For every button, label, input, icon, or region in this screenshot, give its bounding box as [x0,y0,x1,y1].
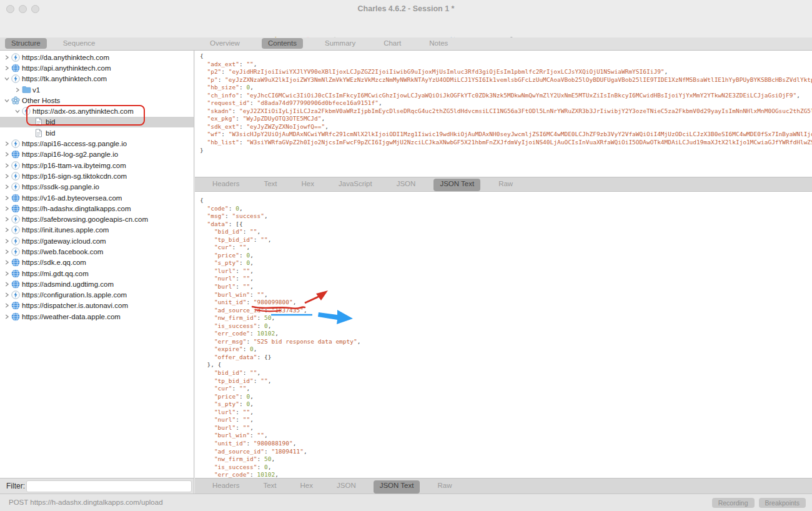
disclosure-triangle[interactable] [2,141,11,146]
tab-json-text[interactable]: JSON Text [433,179,480,191]
json-line: { [200,197,812,205]
disclosure-triangle[interactable] [2,174,11,179]
globe-icon [11,312,22,321]
json-line: "adx_ext": "", [200,61,812,69]
disclosure-triangle[interactable] [2,184,11,189]
request-body-panel: { "adx_ext": "", "p2": "eyJidHRzIjoiIiwi… [195,51,812,177]
disclosure-triangle[interactable] [2,196,11,201]
tab-hex[interactable]: Hex [294,480,319,494]
disclosure-triangle[interactable] [2,249,11,254]
tree-item[interactable]: https://mi.gdt.qq.com [0,268,194,279]
tree-item[interactable]: https://weather-data.apple.com [0,311,194,322]
globe-icon [11,194,22,202]
recording-button[interactable]: Recording [712,498,755,508]
disclosure-triangle[interactable] [2,163,11,168]
json-line: { [200,52,812,61]
tab-raw[interactable]: Raw [431,480,458,494]
breakpoints-button[interactable]: Breakpoints [759,498,806,508]
disclosure-triangle[interactable] [2,152,11,157]
tree-item[interactable]: https://sdk.e.qq.com [0,257,194,268]
tree-item-label: https://init.itunes.apple.com [22,226,109,234]
disclosure-triangle[interactable] [13,109,22,114]
json-line: "err_msg": "S2S bid response data empty"… [200,338,812,346]
tab-contents[interactable]: Contents [262,38,303,49]
tree-item[interactable]: https://adx-os.anythinktech.com [0,106,194,116]
json-line: "burl": "", [200,424,812,432]
tree-item[interactable]: https://p16-ttam-va.ibyteimg.com [0,160,194,171]
tab-overview[interactable]: Overview [204,38,246,49]
disclosure-triangle[interactable] [2,217,11,222]
tree-item[interactable]: bid [0,117,194,127]
tab-hex[interactable]: Hex [295,179,320,191]
tree-item[interactable]: https://da.anythinktech.com [0,52,194,62]
tab-text[interactable]: Text [257,179,283,191]
json-line: "burl_win": "", [200,291,812,299]
tree-item[interactable]: v1 [0,84,194,95]
json-line: "bid_id": "", [200,369,812,377]
tree-item[interactable]: https://ssdk-sg.pangle.io [0,182,194,192]
json-line: "price": 0, [200,252,812,260]
structure-tree: https://da.anythinktech.comhttps://api.a… [0,51,194,478]
tree-item-label: https://safebrowsing.googleapis-cn.com [22,216,148,223]
tree-item[interactable]: https://web.facebook.com [0,246,194,257]
tree-item[interactable]: https://h-adashx.dingtalkapps.com [0,203,194,214]
disclosure-triangle[interactable] [13,87,22,92]
main-tabstrip: StructureSequence OverviewContentsSummar… [0,37,812,51]
tree-item-label: https://api16-access-sg.pangle.io [22,140,127,147]
json-line: "skadn": "eyJ2ZXIiOiIyLjIiLCJza2FkbmV0aW… [200,107,812,116]
disclosure-triangle[interactable] [2,206,11,211]
json-line: "burl": "", [200,283,812,291]
tab-structure[interactable]: Structure [5,38,47,49]
json-line: "hb_list": "W3siYWRfaGVpZ2h0Ijo2NjcsImFw… [200,139,812,147]
disclosure-triangle[interactable] [2,314,11,319]
tab-javascript[interactable]: JavaScript [332,179,379,191]
disclosure-triangle[interactable] [2,98,11,103]
tree-item[interactable]: https://v16-ad.byteoversea.com [0,192,194,203]
tab-raw[interactable]: Raw [492,179,519,191]
disclosure-triangle[interactable] [2,292,11,297]
json-line: "nurl": "", [200,416,812,424]
disclosure-triangle[interactable] [2,76,11,81]
tree-item[interactable]: https://adsmind.ugdtimg.com [0,279,194,289]
tab-sequence[interactable]: Sequence [57,38,102,49]
tree-item-label: https://api16-log-sg2.pangle.io [22,151,118,158]
tree-item[interactable]: https://gateway.icloud.com [0,236,194,246]
tree-item[interactable]: Other Hosts [0,95,194,106]
response-body-panel: { "code": 0, "msg": "success", "data": [… [195,192,812,478]
tab-json[interactable]: JSON [390,179,422,191]
json-line: "is_success": 0, [200,322,812,330]
tree-item[interactable]: https://dispatcher.is.autonavi.com [0,300,194,311]
json-line: "ch_info": "eyJhcCI6MCwic3IiOiJ0cCIsImFk… [200,92,812,100]
disclosure-triangle[interactable] [2,66,11,71]
disclosure-triangle[interactable] [2,282,11,287]
bolt-icon [11,161,22,170]
disclosure-triangle[interactable] [2,227,11,232]
disclosure-triangle[interactable] [2,55,11,60]
tree-item[interactable]: https://api16-log-sg2.pangle.io [0,149,194,160]
tab-summary[interactable]: Summary [319,38,362,49]
tree-item[interactable]: https://init.itunes.apple.com [0,225,194,236]
tab-chart[interactable]: Chart [377,38,407,49]
json-line: "wf": "W3sicHJpY2UiOjAuMDAxNCwiYWRfc291c… [200,131,812,139]
tree-item[interactable]: https://api.anythinktech.com [0,62,194,73]
tree-item[interactable]: https://configuration.ls.apple.com [0,290,194,300]
tab-headers[interactable]: Headers [206,480,245,494]
tree-item[interactable]: https://p16-sign-sg.tiktokcdn.com [0,171,194,181]
tree-item-label: v1 [32,86,40,94]
json-line: "s_pty": 0, [200,400,812,409]
tab-text[interactable]: Text [257,480,282,494]
tree-item[interactable]: https://safebrowsing.googleapis-cn.com [0,214,194,224]
disclosure-triangle[interactable] [2,303,11,308]
json-line: "hb_size": 0, [200,84,812,92]
tab-headers[interactable]: Headers [206,179,245,191]
tree-item[interactable]: bid [0,127,194,138]
tab-json-text[interactable]: JSON Text [374,480,420,494]
tab-notes[interactable]: Notes [423,38,454,49]
tree-item[interactable]: https://api16-access-sg.pangle.io [0,138,194,149]
disclosure-triangle[interactable] [2,271,11,276]
disclosure-triangle[interactable] [2,260,11,265]
tree-item[interactable]: https://tk.anythinktech.com [0,74,194,84]
disclosure-triangle[interactable] [2,239,11,244]
filter-input[interactable] [26,480,192,492]
tab-json[interactable]: JSON [330,480,362,494]
